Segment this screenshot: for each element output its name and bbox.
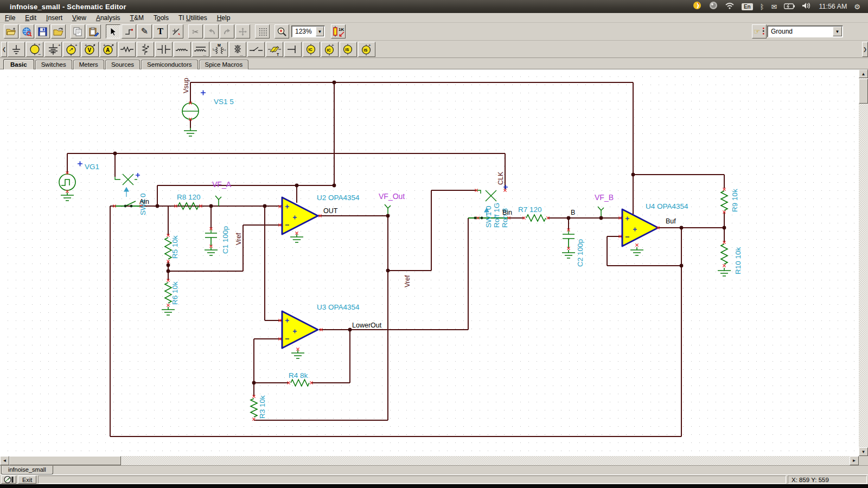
horizontal-scroll-thumb[interactable] xyxy=(9,456,121,465)
document-tab[interactable]: infnoise_small xyxy=(1,466,53,474)
wire-tool-button[interactable] xyxy=(122,24,136,38)
scroll-right-button[interactable]: ► xyxy=(850,456,859,465)
zoom-in-button[interactable] xyxy=(275,24,289,38)
open-file-button[interactable] xyxy=(4,24,18,38)
text-tool-button[interactable]: T xyxy=(153,24,168,38)
terminal-icon[interactable] xyxy=(284,42,302,57)
component-R10[interactable] xyxy=(721,244,727,264)
macro-ic-icon[interactable]: IC xyxy=(303,42,320,57)
move-button[interactable] xyxy=(235,24,250,38)
battery-icon[interactable] xyxy=(784,2,795,11)
power-icon[interactable]: ⚙ xyxy=(854,3,860,11)
component-VS1[interactable] xyxy=(182,91,206,120)
ground-icon[interactable] xyxy=(8,42,25,57)
menu-help[interactable]: Help xyxy=(212,14,235,22)
bluetooth-icon[interactable]: ᛒ xyxy=(760,3,764,11)
chevron-down-icon[interactable]: ▼ xyxy=(316,27,324,36)
probe-VF_Out[interactable] xyxy=(385,204,391,215)
wifi-icon[interactable] xyxy=(725,2,735,11)
component-SW4[interactable] xyxy=(114,173,142,207)
probe-VF_A[interactable] xyxy=(215,196,221,206)
vertical-scrollbar[interactable]: ▲ ▼ xyxy=(859,69,868,456)
component-R4[interactable] xyxy=(291,380,309,386)
capacitor-icon[interactable] xyxy=(155,42,173,57)
menu-view[interactable]: View xyxy=(67,14,91,22)
open-project-button[interactable] xyxy=(51,24,66,38)
component-U2[interactable] xyxy=(282,197,318,234)
cut-button[interactable]: ✂ xyxy=(188,24,203,38)
schematic-canvas[interactable]: VS1 5VG1SW4 0R8 120C1 100pR5 10kR6 10kU2… xyxy=(0,69,859,456)
voltage-source-icon[interactable]: +− xyxy=(26,42,43,57)
menu-tools[interactable]: Tools xyxy=(149,14,174,22)
tab-semiconductors[interactable]: Semiconductors xyxy=(141,60,197,69)
probe-VF_B[interactable] xyxy=(598,207,604,217)
inductor-icon[interactable] xyxy=(174,42,191,57)
select-cursor-button[interactable] xyxy=(106,24,120,38)
macro-ic-plus-icon[interactable]: IC+ xyxy=(321,42,339,57)
label-R3: R3 10k xyxy=(258,395,266,419)
inductor-core-icon[interactable]: ... xyxy=(192,42,209,57)
component-R9[interactable] xyxy=(721,191,727,210)
transformer-icon[interactable]: ... xyxy=(229,42,246,57)
battery-icon[interactable]: + xyxy=(44,42,62,57)
switch-icon[interactable] xyxy=(247,42,265,57)
keyboard-layout-badge[interactable]: En xyxy=(742,3,753,10)
component-R7[interactable] xyxy=(526,215,546,221)
zoom-level-combo[interactable]: 123%▼ xyxy=(291,25,325,37)
app-icon[interactable] xyxy=(692,1,702,12)
save-button[interactable] xyxy=(35,24,50,38)
scroll-left-button[interactable]: ◄ xyxy=(0,456,9,465)
paste-button[interactable] xyxy=(86,24,101,38)
web-export-button[interactable] xyxy=(20,24,34,38)
undo-button[interactable] xyxy=(204,24,219,38)
copy-button[interactable] xyxy=(71,24,85,38)
tab-sources[interactable]: Sources xyxy=(105,60,140,69)
tab-spice-macros[interactable]: Spice Macros xyxy=(199,60,249,69)
wire-edit-tool-button[interactable] xyxy=(169,24,183,38)
menu-insert[interactable]: Insert xyxy=(41,14,67,22)
component-R8[interactable] xyxy=(178,203,199,209)
volume-icon[interactable] xyxy=(802,2,812,11)
component-C1[interactable] xyxy=(205,229,217,246)
component-scroll-right-chevron[interactable]: ❯ xyxy=(862,42,868,57)
horizontal-scrollbar[interactable]: ◄ ► xyxy=(0,456,859,465)
component-scroll-left-chevron[interactable]: ❮ xyxy=(1,42,7,57)
menu-file[interactable]: File xyxy=(0,14,20,22)
scroll-up-button[interactable]: ▲ xyxy=(859,69,868,78)
component-1k-button[interactable]: 1K xyxy=(331,24,346,38)
controlled-source-icon[interactable]: T xyxy=(266,42,283,57)
tab-switches[interactable]: Switches xyxy=(35,60,72,69)
scroll-down-button[interactable]: ▼ xyxy=(859,447,868,456)
menu-edit[interactable]: Edit xyxy=(20,14,41,22)
mail-icon[interactable]: ✉ xyxy=(771,3,777,11)
potentiometer-icon[interactable] xyxy=(137,42,154,57)
resistor-icon[interactable] xyxy=(118,42,136,57)
component-U3[interactable] xyxy=(282,311,318,348)
indicator-ball-icon[interactable] xyxy=(709,1,718,12)
vertical-scroll-thumb[interactable] xyxy=(859,79,868,104)
component-VG1[interactable] xyxy=(59,162,82,191)
clock-text[interactable]: 11:56 AM xyxy=(819,3,847,10)
exit-button[interactable]: Exit xyxy=(18,476,36,484)
component-C2[interactable] xyxy=(563,230,575,248)
coupled-inductors-icon[interactable]: ML₁L₂ xyxy=(210,42,228,57)
ammeter-icon[interactable]: A+ xyxy=(100,42,117,57)
voltmeter-icon[interactable]: V+ xyxy=(81,42,99,57)
point-select-button[interactable]: ☞ xyxy=(752,24,767,38)
tab-basic[interactable]: Basic xyxy=(3,59,34,70)
menu-ti-utilities[interactable]: TI Utilities xyxy=(174,14,212,22)
menu-analysis[interactable]: Analysis xyxy=(91,14,125,22)
component-U4[interactable] xyxy=(622,209,658,246)
redo-button[interactable] xyxy=(220,24,234,38)
pencil-tool-button[interactable]: ✎ xyxy=(137,24,152,38)
component-R3[interactable] xyxy=(251,399,257,417)
tab-meters[interactable]: Meters xyxy=(73,60,104,69)
analysis-indicator-button[interactable] xyxy=(1,476,16,484)
macro-is-plus-icon[interactable]: IS+ xyxy=(358,42,375,57)
grid-toggle-button[interactable] xyxy=(255,24,270,38)
macro-is-icon[interactable]: IS xyxy=(340,42,357,57)
ground-select-combo[interactable]: Ground▼ xyxy=(767,25,843,37)
chevron-down-icon[interactable]: ▼ xyxy=(833,27,842,36)
voltage-generator-icon[interactable]: + xyxy=(63,42,80,57)
menu-t-m[interactable]: T&M xyxy=(125,14,149,22)
